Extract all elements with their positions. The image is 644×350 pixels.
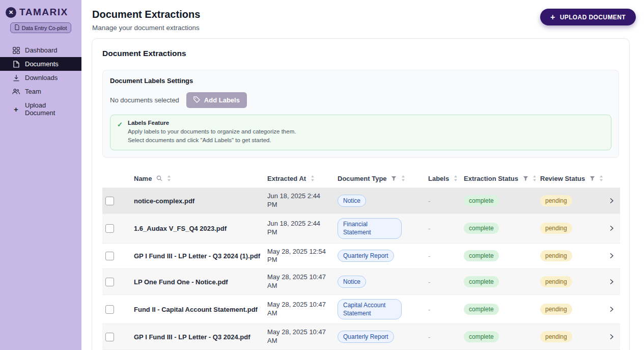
document-name: 1.6_Audax V_FS_Q4 2023.pdf <box>134 225 227 232</box>
review-status-badge: pending <box>540 331 572 342</box>
card-title: Document Extractions <box>102 49 619 58</box>
extraction-status-badge: complete <box>464 250 499 261</box>
row-checkbox[interactable] <box>105 305 114 314</box>
extraction-status-badge: complete <box>464 331 499 342</box>
logo-text: TAMARIX <box>19 7 68 18</box>
column-header-extracted-at[interactable]: Extracted At <box>264 170 334 188</box>
upload-document-button-label: UPLOAD DOCUMENT <box>560 14 626 21</box>
document-type-badge: Financial Statement <box>338 218 402 238</box>
row-checkbox[interactable] <box>105 224 114 233</box>
logo: ✕ TAMARIX <box>0 0 81 21</box>
document-name: GP I Fund III - LP Letter - Q3 2024.pdf <box>134 333 250 341</box>
sidebar-item-upload-document[interactable]: + Upload Document <box>0 98 81 120</box>
extracted-at: Jun 18, 2025 2:44 PM <box>267 192 331 209</box>
copilot-badge-label: Data Entry Co-pilot <box>22 25 67 31</box>
selection-status-text: No documents selected <box>110 96 179 104</box>
alert-line-1: Apply labels to your documents to organi… <box>128 127 296 136</box>
sort-icon[interactable] <box>599 175 603 183</box>
alert-content: Labels Feature Apply labels to your docu… <box>128 120 296 144</box>
labels-settings-title: Document Labels Settings <box>110 77 611 85</box>
sidebar-item-downloads[interactable]: Downloads <box>0 71 81 85</box>
documents-table: Name Extracted At Document Type <box>102 170 619 350</box>
search-icon[interactable] <box>156 175 162 183</box>
sidebar-nav: Dashboard Documents Downloads Team <box>0 43 81 120</box>
row-checkbox[interactable] <box>105 333 114 341</box>
page-subtitle: Manage your document extractions <box>92 24 200 32</box>
labels-value: - <box>428 197 430 205</box>
column-header-labels[interactable]: Labels <box>425 170 461 188</box>
sort-icon[interactable] <box>401 175 405 183</box>
tag-icon <box>193 96 200 104</box>
chevron-right-icon[interactable] <box>607 197 617 204</box>
add-labels-button[interactable]: Add Labels <box>186 92 247 108</box>
extraction-status-badge: complete <box>464 276 499 287</box>
column-header-review-status[interactable]: Review Status <box>537 170 604 188</box>
sort-icon[interactable] <box>454 175 458 183</box>
sidebar-item-documents[interactable]: Documents <box>0 57 81 71</box>
sort-icon[interactable] <box>167 175 171 183</box>
row-checkbox[interactable] <box>105 278 114 286</box>
filter-icon[interactable] <box>523 175 528 183</box>
table-header-row: Name Extracted At Document Type <box>102 170 620 188</box>
table-row[interactable]: notice-complex.pdf Jun 18, 2025 2:44 PM … <box>102 188 620 214</box>
document-icon <box>15 24 19 31</box>
header-checkbox-cell <box>102 170 131 188</box>
chevron-right-icon[interactable] <box>607 278 617 285</box>
page-header: Document Extractions Manage your documen… <box>81 0 644 38</box>
extracted-at: May 28, 2025 12:54 PM <box>267 248 331 265</box>
sidebar-item-team[interactable]: Team <box>0 85 81 98</box>
sidebar-item-dashboard[interactable]: Dashboard <box>0 43 81 57</box>
review-status-badge: pending <box>540 250 572 261</box>
chevron-right-icon[interactable] <box>607 333 617 340</box>
document-type-badge: Notice <box>338 195 366 207</box>
extraction-status-badge: complete <box>464 223 499 234</box>
filter-icon[interactable] <box>391 175 397 183</box>
sidebar-item-label: Dashboard <box>25 46 58 54</box>
labels-value: - <box>428 306 430 313</box>
extracted-at: May 28, 2025 10:47 AM <box>267 328 331 345</box>
extracted-at: May 28, 2025 10:47 AM <box>267 273 331 290</box>
extracted-at: May 28, 2025 10:47 AM <box>267 301 331 318</box>
table-row[interactable]: 1.6_Audax V_FS_Q4 2023.pdf Jun 18, 2025 … <box>102 214 620 243</box>
table-row[interactable]: GP I Fund III - LP Letter - Q3 2024 (1).… <box>102 243 620 269</box>
document-name: LP One Fund One - Notice.pdf <box>134 278 228 286</box>
sort-icon[interactable] <box>311 175 315 183</box>
review-status-badge: pending <box>540 304 572 315</box>
document-name: Fund II - Capital Account Statement.pdf <box>134 306 258 313</box>
row-checkbox[interactable] <box>105 252 114 260</box>
filter-icon[interactable] <box>590 175 595 183</box>
column-header-name[interactable]: Name <box>131 170 264 188</box>
dashboard-icon <box>12 47 20 54</box>
document-type-badge: Capital Account Statement <box>338 299 402 319</box>
sort-icon[interactable] <box>533 175 537 183</box>
labels-value: - <box>428 252 430 260</box>
review-status-badge: pending <box>540 223 572 234</box>
app-root: ✕ TAMARIX Data Entry Co-pilot Dashboard … <box>0 0 644 350</box>
labels-settings-row: No documents selected Add Labels <box>110 92 611 108</box>
page-header-text: Document Extractions Manage your documen… <box>92 9 200 32</box>
upload-document-button[interactable]: + UPLOAD DOCUMENT <box>540 9 636 25</box>
copilot-badge: Data Entry Co-pilot <box>10 22 72 33</box>
table-row[interactable]: LP One Fund One - Notice.pdf May 28, 202… <box>102 269 620 295</box>
team-icon <box>12 88 20 95</box>
column-header-document-type[interactable]: Document Type <box>334 170 425 188</box>
table-row[interactable]: Fund II - Capital Account Statement.pdf … <box>102 295 620 324</box>
sidebar-item-label: Downloads <box>25 74 58 82</box>
page-title: Document Extractions <box>92 9 200 20</box>
sidebar-item-label: Documents <box>25 60 59 68</box>
chevron-right-icon[interactable] <box>607 306 617 313</box>
document-name: GP I Fund III - LP Letter - Q3 2024 (1).… <box>134 252 260 260</box>
document-name: notice-complex.pdf <box>134 197 194 205</box>
labels-value: - <box>428 278 430 286</box>
chevron-right-icon[interactable] <box>607 252 617 259</box>
chevron-right-icon[interactable] <box>607 225 617 232</box>
column-header-extraction-status[interactable]: Extraction Status <box>461 170 537 188</box>
document-type-badge: Notice <box>338 276 366 288</box>
sidebar-item-label: Upload Document <box>25 101 77 117</box>
download-icon <box>12 74 20 82</box>
labels-value: - <box>428 333 430 341</box>
extraction-status-badge: complete <box>464 304 499 315</box>
alert-line-2: Select documents and click "Add Labels" … <box>128 136 296 145</box>
row-checkbox[interactable] <box>105 197 114 205</box>
table-row[interactable]: GP I Fund III - LP Letter - Q3 2024.pdf … <box>102 324 620 350</box>
